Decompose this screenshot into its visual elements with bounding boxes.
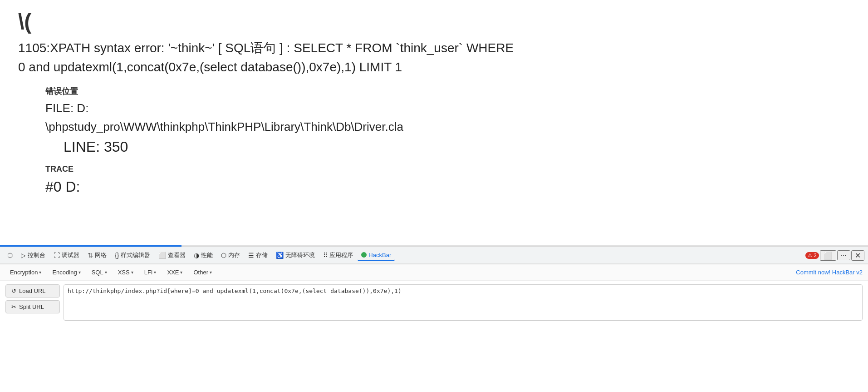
network-label: 网络 [95, 251, 107, 259]
encryption-label: Encryption [10, 269, 38, 276]
commit-now-area: Commit now! HackBar v2 [796, 269, 863, 276]
xss-label: XSS [118, 269, 130, 276]
style-label: 样式编辑器 [121, 251, 150, 259]
debugger-label: 调试器 [62, 251, 79, 259]
hackbar-version-label: HackBar v2 [832, 269, 863, 276]
storage-icon: ☰ [248, 252, 254, 259]
error-badge: ⚠ 2 [805, 252, 819, 259]
devtools-console-btn[interactable]: ▷ 控制台 [17, 249, 49, 261]
encoding-label: Encoding [52, 269, 77, 276]
scroll-indicator [0, 245, 868, 247]
xxe-arrow-icon: ▾ [180, 270, 182, 275]
hackbar-sql-menu[interactable]: SQL ▾ [87, 267, 112, 278]
error-line: LINE: 350 [64, 139, 850, 155]
hackbar-encoding-menu[interactable]: Encoding ▾ [48, 267, 85, 278]
error-file-path: \phpstudy_pro\WWW\thinkphp\ThinkPHP\Libr… [45, 120, 850, 134]
apps-icon: ⠿ [323, 252, 328, 259]
lfi-label: LFI [144, 269, 153, 276]
split-url-icon: ✂ [11, 303, 16, 310]
devtools-debugger-btn[interactable]: ⛶ 调试器 [50, 249, 83, 261]
hackbar-encryption-menu[interactable]: Encryption ▾ [5, 267, 46, 278]
devtools-toolbar: ⬡ ▷ 控制台 ⛶ 调试器 ⇅ 网络 {} 样式编辑器 ⬜ 查看器 ◑ 性能 ⬡… [0, 247, 868, 264]
cursor-icon: ⬡ [7, 252, 13, 259]
performance-label: 性能 [201, 251, 213, 259]
error-position-label: 错误位置 [45, 86, 850, 97]
devtools-memory-btn[interactable]: ⬡ 内存 [217, 249, 244, 261]
error-message: 1105:XPATH syntax error: '~think~' [ SQL… [18, 39, 850, 77]
hackbar-dot-icon [361, 252, 367, 258]
network-icon: ⇅ [88, 252, 93, 259]
sql-label: SQL [92, 269, 103, 276]
hackbar-menu-row: Encryption ▾ Encoding ▾ SQL ▾ XSS ▾ LFI … [0, 264, 868, 281]
devtools-hackbar-btn[interactable]: HackBar [358, 250, 395, 261]
devtools-inspector-btn[interactable]: ⬜ 查看器 [155, 249, 189, 261]
xss-arrow-icon: ▾ [131, 270, 133, 275]
devtools-apps-btn[interactable]: ⠿ 应用程序 [319, 249, 357, 261]
console-icon: ▷ [21, 252, 26, 259]
load-url-icon: ↺ [11, 288, 16, 294]
hackbar-lfi-menu[interactable]: LFI ▾ [140, 267, 161, 278]
encoding-arrow-icon: ▾ [78, 270, 81, 275]
close-devtools-button[interactable]: ✕ [851, 250, 864, 261]
more-options-button[interactable]: ··· [837, 250, 850, 260]
hackbar-panel: Encryption ▾ Encoding ▾ SQL ▾ XSS ▾ LFI … [0, 264, 868, 324]
devtools-network-btn[interactable]: ⇅ 网络 [84, 249, 110, 261]
devtools-style-btn[interactable]: {} 样式编辑器 [111, 249, 154, 261]
error-symbol: \( [18, 9, 850, 34]
a11y-icon: ♿ [276, 252, 284, 259]
encryption-arrow-icon: ▾ [39, 270, 41, 275]
a11y-label: 无障碍环境 [285, 251, 315, 259]
hackbar-input-area: ↺ Load URL ✂ Split URL [0, 281, 868, 324]
style-icon: {} [115, 252, 119, 259]
error-icon: ⚠ [808, 253, 812, 258]
resize-devtools-button[interactable]: ⬜ [820, 250, 836, 261]
memory-label: 内存 [228, 251, 240, 259]
hackbar-label: HackBar [368, 252, 391, 258]
hackbar-url-input[interactable] [64, 284, 863, 321]
load-url-label: Load URL [19, 288, 46, 294]
inspector-label: 查看器 [168, 251, 186, 259]
other-label: Other [193, 269, 208, 276]
storage-label: 存储 [256, 251, 268, 259]
inspector-icon: ⬜ [158, 252, 166, 259]
error-file: FILE: D: [45, 101, 850, 115]
hackbar-xxe-menu[interactable]: XXE ▾ [162, 267, 187, 278]
error-count: 2 [814, 253, 817, 258]
debugger-icon: ⛶ [54, 252, 60, 259]
load-url-button[interactable]: ↺ Load URL [5, 284, 60, 298]
sql-arrow-icon: ▾ [105, 270, 107, 275]
browser-content: \( 1105:XPATH syntax error: '~think~' [ … [0, 0, 868, 245]
error-trace-value: #0 D: [45, 179, 850, 195]
memory-icon: ⬡ [221, 252, 226, 259]
commit-now-label[interactable]: Commit now! [796, 269, 830, 276]
devtools-cursor-btn[interactable]: ⬡ [4, 250, 16, 261]
performance-icon: ◑ [194, 252, 199, 259]
console-label: 控制台 [28, 251, 45, 259]
devtools-storage-btn[interactable]: ☰ 存储 [245, 249, 271, 261]
error-trace-label: TRACE [45, 164, 850, 174]
apps-label: 应用程序 [329, 251, 353, 259]
hackbar-xss-menu[interactable]: XSS ▾ [113, 267, 138, 278]
hackbar-other-menu[interactable]: Other ▾ [189, 267, 216, 278]
scroll-bar [0, 245, 181, 247]
lfi-arrow-icon: ▾ [154, 270, 156, 275]
devtools-performance-btn[interactable]: ◑ 性能 [190, 249, 216, 261]
split-url-button[interactable]: ✂ Split URL [5, 300, 60, 313]
other-arrow-icon: ▾ [210, 270, 212, 275]
xxe-label: XXE [167, 269, 179, 276]
split-url-label: Split URL [19, 303, 44, 310]
hackbar-side-buttons: ↺ Load URL ✂ Split URL [5, 284, 60, 313]
devtools-a11y-btn[interactable]: ♿ 无障碍环境 [272, 249, 319, 261]
